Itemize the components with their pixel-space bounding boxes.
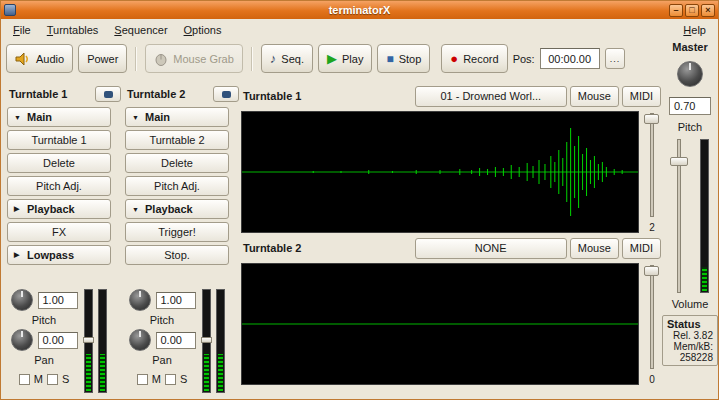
play-button[interactable]: ▶ Play: [318, 44, 372, 73]
pitch-value[interactable]: 1.00: [156, 292, 196, 309]
play-icon: ▶: [327, 52, 337, 65]
delete-button[interactable]: Delete: [125, 153, 229, 173]
turntable-2-panel: Turntable 2 ▼Main Turntable 2 Delete Pit…: [125, 85, 239, 397]
audio-label: Audio: [36, 53, 64, 65]
deck-1-header: Turntable 1 01 - Drowned Worl... Mouse M…: [241, 85, 661, 107]
delete-button[interactable]: Delete: [7, 153, 111, 173]
button-label: Stop.: [164, 249, 190, 261]
mouse-grab-button[interactable]: Mouse Grab: [145, 44, 243, 73]
deck-area: Turntable 1 01 - Drowned Worl... Mouse M…: [241, 85, 661, 397]
panel-minimize-button[interactable]: [95, 86, 121, 102]
button-label: Trigger!: [158, 226, 196, 238]
master-pitch-slider-handle[interactable]: [670, 157, 688, 166]
power-label: Power: [87, 53, 118, 65]
waveform-2: [242, 264, 638, 384]
volume-slider-handle[interactable]: [201, 337, 212, 343]
button-label: Lowpass: [27, 249, 74, 261]
stop-trigger-button[interactable]: Stop.: [125, 245, 229, 265]
pan-value[interactable]: 0.00: [38, 332, 78, 349]
toolbar-separator: [135, 47, 137, 71]
close-button[interactable]: ×: [701, 4, 715, 17]
panel-title: Turntable 2: [127, 88, 185, 100]
master-volume-label: Volume: [672, 298, 709, 311]
maximize-button[interactable]: □: [685, 4, 699, 17]
menu-item-help[interactable]: Help: [675, 22, 714, 38]
expander-icon: ▶: [14, 205, 23, 213]
loaded-file-button[interactable]: 01 - Drowned Worl...: [415, 86, 567, 107]
pitch-adj-button[interactable]: Pitch Adj.: [125, 176, 229, 196]
waveform-display-1[interactable]: [241, 111, 639, 233]
mouse-button[interactable]: Mouse: [570, 86, 619, 107]
waveform-1: [242, 112, 638, 232]
midi-button[interactable]: MIDI: [622, 238, 661, 259]
audio-button[interactable]: Audio: [6, 44, 73, 73]
waveform-display-2[interactable]: [241, 263, 639, 385]
master-value[interactable]: 0.70: [669, 97, 711, 115]
pan-value[interactable]: 0.00: [156, 332, 196, 349]
lowpass-section-button[interactable]: ▶Lowpass: [7, 245, 111, 265]
pitch-adj-button[interactable]: Pitch Adj.: [7, 176, 111, 196]
pan-knob[interactable]: [129, 329, 151, 351]
expander-icon: ▶: [14, 251, 23, 259]
record-button[interactable]: ● Record: [441, 44, 507, 73]
zoom-slider-track[interactable]: [650, 113, 654, 217]
solo-checkbox[interactable]: [165, 374, 176, 385]
stop-button[interactable]: ■ Stop: [377, 44, 430, 73]
level-meter: [216, 289, 225, 393]
button-label: Turntable 2: [149, 134, 204, 146]
mute-checkbox[interactable]: [137, 374, 148, 385]
menu-item-file[interactable]: File: [5, 22, 39, 38]
master-knob[interactable]: [677, 61, 703, 87]
pan-knob[interactable]: [11, 329, 33, 351]
stop-icon: ■: [386, 53, 393, 65]
mouse-button[interactable]: Mouse: [570, 238, 619, 259]
mute-checkbox[interactable]: [19, 374, 30, 385]
playback-section-button[interactable]: ▼Playback: [125, 199, 229, 219]
pos-more-button[interactable]: ...: [605, 48, 626, 69]
loaded-file-button[interactable]: NONE: [415, 238, 567, 259]
trigger-button[interactable]: Trigger!: [125, 222, 229, 242]
pitch-label: Pitch: [32, 313, 56, 327]
seq-button[interactable]: ♪ Seq.: [261, 44, 313, 73]
panel-minimize-button[interactable]: [213, 86, 239, 102]
stop-label: Stop: [399, 53, 422, 65]
mouse-grab-label: Mouse Grab: [173, 53, 234, 65]
title-bar[interactable]: terminatorX – □ ×: [1, 1, 718, 19]
master-sliders: [662, 137, 718, 295]
volume-slider[interactable]: [84, 289, 93, 393]
button-label: Delete: [161, 157, 193, 169]
pitch-value[interactable]: 1.00: [38, 292, 78, 309]
turntable-name-button[interactable]: Turntable 2: [125, 130, 229, 150]
solo-checkbox[interactable]: [47, 374, 58, 385]
volume-slider[interactable]: [202, 289, 211, 393]
mem-value: 258228: [667, 352, 713, 363]
record-label: Record: [463, 53, 498, 65]
main-section-button[interactable]: ▼Main: [7, 107, 111, 127]
volume-slider-handle[interactable]: [83, 337, 94, 343]
main-section-button[interactable]: ▼Main: [125, 107, 229, 127]
release-version: Rel. 3.82: [667, 330, 713, 341]
panel-button-stack: ▼Main Turntable 2 Delete Pitch Adj. ▼Pla…: [125, 107, 239, 265]
power-button[interactable]: Power: [78, 44, 127, 73]
pos-field[interactable]: 00:00.00: [540, 48, 600, 69]
turntable-name-button[interactable]: Turntable 1: [7, 130, 111, 150]
fx-button[interactable]: FX: [7, 222, 111, 242]
master-pitch-label: Pitch: [678, 121, 702, 134]
panel-button-stack: ▼Main Turntable 1 Delete Pitch Adj. ▶Pla…: [7, 107, 121, 265]
master-section: Master 0.70 Pitch Volume Status Rel. 3.8…: [662, 41, 718, 397]
menu-item-turntables[interactable]: Turntables: [39, 22, 107, 38]
menu-item-sequencer[interactable]: Sequencer: [106, 22, 175, 38]
deck-title: Turntable 1: [241, 90, 301, 102]
zoom-slider-2: 0: [643, 263, 661, 385]
seq-label: Seq.: [281, 53, 304, 65]
zoom-slider-track[interactable]: [650, 265, 654, 369]
minimize-button[interactable]: –: [669, 4, 683, 17]
playback-section-button[interactable]: ▶Playback: [7, 199, 111, 219]
midi-button[interactable]: MIDI: [622, 86, 661, 107]
pitch-knob[interactable]: [11, 289, 33, 311]
master-level-meter: [700, 139, 709, 293]
pitch-knob[interactable]: [129, 289, 151, 311]
zoom-slider-handle[interactable]: [644, 266, 659, 276]
zoom-slider-handle[interactable]: [644, 114, 659, 124]
menu-item-options[interactable]: Options: [176, 22, 230, 38]
